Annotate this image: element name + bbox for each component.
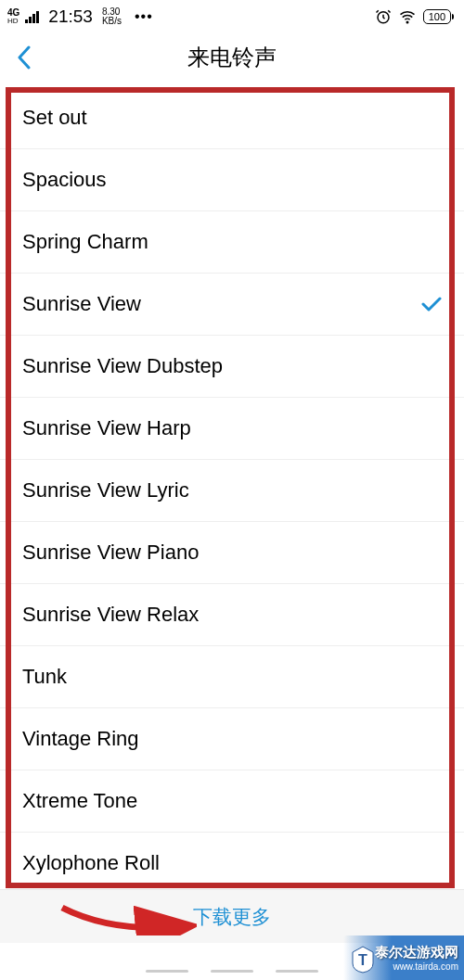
ringtone-label: Sunrise View: [22, 292, 141, 316]
ringtone-item[interactable]: Vintage Ring: [0, 708, 464, 770]
ringtone-label: Sunrise View Relax: [22, 603, 199, 627]
ringtone-item[interactable]: Sunrise View: [0, 274, 464, 336]
svg-text:T: T: [358, 952, 367, 968]
ringtone-item[interactable]: Sunrise View Dubstep: [0, 336, 464, 398]
ringtone-label: Set out: [22, 106, 87, 130]
ringtone-item[interactable]: Sunrise View Lyric: [0, 460, 464, 522]
checkmark-icon: [421, 297, 442, 312]
ringtone-label: Sunrise View Dubstep: [22, 354, 223, 378]
status-bar: 4G HD 21:53 8.30 KB/s ••• 100: [0, 0, 464, 32]
ringtone-label: Xtreme Tone: [22, 789, 137, 813]
ringtone-item[interactable]: Spring Charm: [0, 211, 464, 274]
ringtone-label: Sunrise View Harp: [22, 416, 191, 440]
ringtone-label: Sunrise View Lyric: [22, 478, 189, 503]
watermark: T 泰尔达游戏网 www.tairda.com: [343, 935, 464, 980]
signal-bars-icon: [25, 11, 39, 23]
watermark-title: 泰尔达游戏网: [375, 944, 458, 961]
speed-unit: KB/s: [102, 17, 122, 26]
ringtone-item[interactable]: Tunk: [0, 646, 464, 708]
watermark-url: www.tairda.com: [393, 961, 458, 972]
ringtone-item[interactable]: Spacious: [0, 149, 464, 211]
status-right: 100: [375, 8, 451, 25]
ringtone-label: Vintage Ring: [22, 727, 139, 751]
more-dots-icon: •••: [135, 8, 153, 25]
ringtone-label: Tunk: [22, 665, 67, 689]
ringtone-label: Sunrise View Piano: [22, 541, 199, 565]
svg-point-1: [406, 21, 408, 23]
back-button[interactable]: [17, 45, 32, 70]
status-left: 4G HD 21:53 8.30 KB/s •••: [7, 6, 153, 27]
wifi-icon: [399, 8, 416, 25]
ringtone-item[interactable]: Set out: [0, 87, 464, 149]
watermark-logo-icon: T: [351, 945, 375, 974]
ringtone-item[interactable]: Sunrise View Relax: [0, 584, 464, 646]
ringtone-item[interactable]: Sunrise View Harp: [0, 398, 464, 460]
ringtone-item[interactable]: Xtreme Tone: [0, 770, 464, 833]
network-indicator: 4G HD: [7, 8, 19, 25]
alarm-icon: [375, 8, 392, 25]
network-sub: HD: [7, 18, 19, 25]
clock-time: 21:53: [48, 6, 93, 27]
ringtone-label: Spring Charm: [22, 230, 148, 254]
ringtone-label: Xylophone Roll: [22, 851, 160, 875]
download-more-button[interactable]: 下载更多: [193, 904, 271, 930]
nav-header: 来电铃声: [0, 32, 464, 83]
page-title: 来电铃声: [0, 43, 464, 72]
ringtone-list: Set outSpaciousSpring CharmSunrise ViewS…: [0, 87, 464, 895]
ringtone-item[interactable]: Sunrise View Piano: [0, 522, 464, 584]
ringtone-label: Spacious: [22, 168, 107, 192]
nav-indicator: [146, 970, 318, 973]
battery-indicator: 100: [423, 9, 451, 24]
ringtone-item[interactable]: Xylophone Roll: [0, 833, 464, 895]
network-speed: 8.30 KB/s: [102, 7, 122, 26]
